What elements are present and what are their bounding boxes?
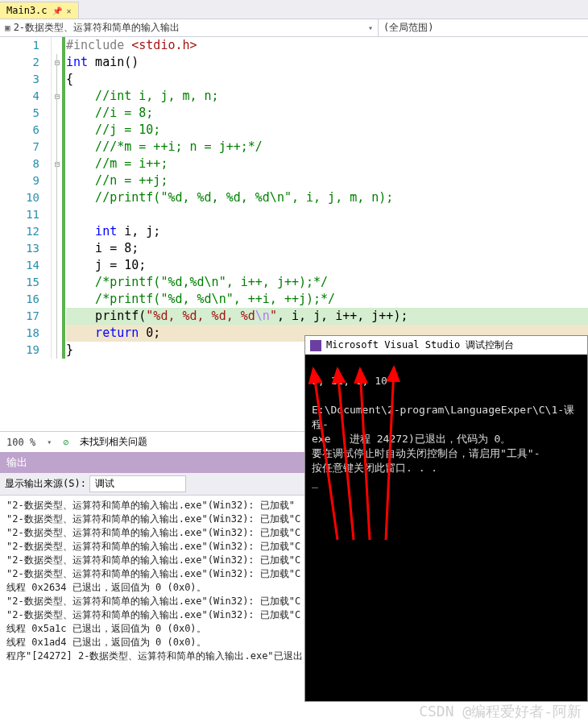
chevron-down-icon[interactable]: ▾ [368,23,373,32]
file-tab[interactable]: Main3.c 📌 ✕ [0,2,79,19]
code-text: //n = ++j; [66,173,168,188]
code-editor[interactable]: 1234 5678 9101112 13141516 171819 ⊟ ⊟ ⊟ … [0,37,588,359]
fold-gutter: ⊟ ⊟ ⊟ [52,37,63,359]
code-text: ///*m = ++i; n = j++;*/ [66,139,263,154]
check-icon: ⊘ [63,437,68,448]
tab-label: Main3.c [6,5,48,16]
code-text: 0; [139,326,160,340]
code-text: int [66,55,88,69]
console-body[interactable]: 9, 11, 8, 10 E:\Document\2-program\Langu… [305,355,587,701]
console-line: exe 进程 24272)已退出，代码为 0。 [312,433,511,445]
close-icon[interactable]: ✕ [67,6,72,15]
code-text: //int i, j, m, n; [66,89,219,103]
status-msg: 未找到相关问题 [80,435,147,449]
code-text: //i = 8; [66,106,153,120]
code-text: \n [255,309,270,323]
code-text: /*printf("%d, %d\n", ++i, ++j);*/ [66,292,335,306]
code-text: #include [66,38,131,52]
console-output: 9, 11, 8, 10 [312,375,387,387]
output-src-label: 显示输出来源(S): [5,477,86,491]
fold-toggle[interactable]: ⊟ [52,156,63,172]
nav-bar: ▣ 2-数据类型、运算符和简单的输入输出 ▾ (全局范围) [0,19,588,37]
line-numbers: 1234 5678 9101112 13141516 171819 [0,37,52,359]
zoom-drop-icon[interactable]: ▾ [47,438,52,446]
debug-console-window[interactable]: Microsoft Visual Studio 调试控制台 9, 11, 8, … [304,335,588,702]
code-text: //printf("%d, %d, %d, %d\n", i, j, m, n)… [66,190,393,205]
console-line: 按任意键关闭此窗口. . . [312,462,437,474]
code-text: j = 10; [66,258,146,272]
nav-right-text: (全局范围) [383,21,433,35]
code-text: return [66,326,139,340]
code-text: " [270,309,277,323]
code-text: int [66,224,117,239]
console-line: 要在调试停止时自动关闭控制台，请启用"工具"- [312,447,540,459]
tab-bar: Main3.c 📌 ✕ [0,0,588,19]
code-text: } [66,342,73,357]
code-text: i, j; [117,224,160,239]
code-text: { [66,72,73,86]
code-text: printf( [66,309,146,323]
code-text [66,207,73,222]
console-titlebar[interactable]: Microsoft Visual Studio 调试控制台 [305,336,587,355]
code-text: /*printf("%d,%d\n", i++, j++);*/ [66,275,328,289]
code-text: "%d, %d, %d, %d [146,309,255,323]
code-text: i = 8; [66,241,139,255]
nav-left-text: 2-数据类型、运算符和简单的输入输出 [14,21,180,35]
fold-toggle[interactable]: ⊟ [52,54,63,71]
code-text: //j = 10; [66,122,160,137]
code-text: <stdio.h> [131,38,197,52]
code-text: main() [88,55,139,69]
pin-icon[interactable]: 📌 [52,6,62,15]
output-source-select[interactable]: 调试 [89,475,186,492]
nav-scope-left[interactable]: ▣ 2-数据类型、运算符和简单的输入输出 ▾ [0,19,379,36]
zoom-level[interactable]: 100 % [6,437,35,448]
app-icon [310,340,321,351]
code-text: //m = i++; [66,156,168,171]
console-title-text: Microsoft Visual Studio 调试控制台 [326,338,514,352]
watermark: CSDN @编程爱好者-阿新 [419,702,582,721]
code-text: , i, j, i++, j++); [277,309,408,323]
code-area[interactable]: #include <stdio.h> int main() { //int i,… [63,37,588,359]
scope-icon: ▣ [5,23,10,33]
fold-toggle[interactable]: ⊟ [52,88,63,105]
nav-scope-right[interactable]: (全局范围) [379,19,588,36]
console-line: E:\Document\2-program\LanguageExper\C\1-… [312,404,574,430]
